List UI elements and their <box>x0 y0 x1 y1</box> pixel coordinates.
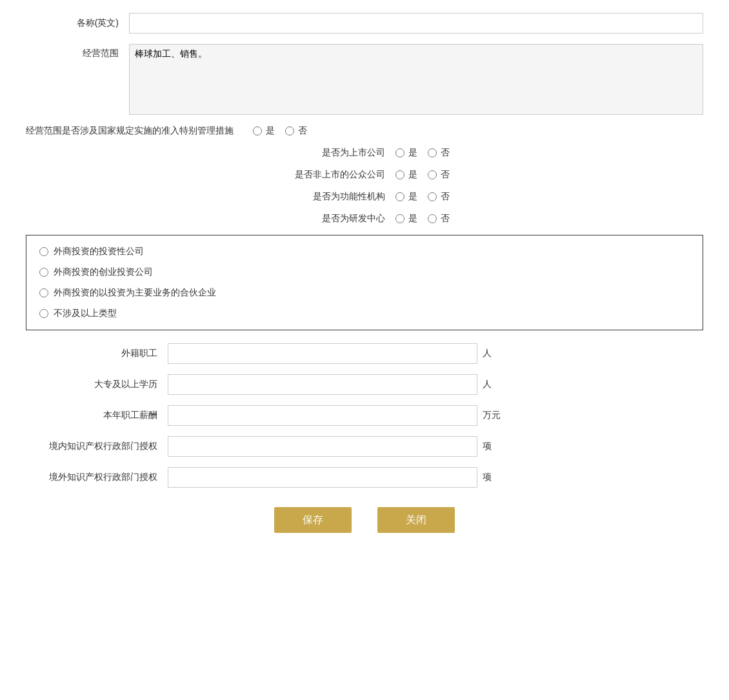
functional-org-label: 是否为功能性机构 <box>279 191 395 203</box>
rd-center-label: 是否为研发中心 <box>279 213 395 225</box>
listed-company-radio-group: 是 否 <box>395 147 450 159</box>
functional-org-no[interactable]: 否 <box>428 191 450 203</box>
annual-salary-row: 本年职工薪酬 万元 <box>26 405 703 426</box>
listed-company-label: 是否为上市公司 <box>279 147 395 159</box>
listed-yes-label[interactable]: 是 <box>408 147 417 159</box>
rd-yes-label[interactable]: 是 <box>408 213 417 225</box>
non-listed-no[interactable]: 否 <box>428 169 450 181</box>
foreign-staff-label: 外籍职工 <box>26 348 168 359</box>
annual-salary-unit: 万元 <box>483 410 502 421</box>
functional-org-no-label[interactable]: 否 <box>441 191 450 203</box>
business-scope-textarea[interactable]: 棒球加工、销售。 <box>129 44 703 115</box>
special-mgmt-row: 经营范围是否涉及国家规定实施的准入特别管理措施 是 否 <box>26 125 703 137</box>
non-listed-public-radio-group: 是 否 <box>395 169 450 181</box>
box-label-2[interactable]: 外商投资的创业投资公司 <box>54 266 153 278</box>
box-item-3[interactable]: 外商投资的以投资为主要业务的合伙企业 <box>39 287 690 299</box>
domestic-ip-unit: 项 <box>483 441 502 452</box>
box-item-4[interactable]: 不涉及以上类型 <box>39 308 690 319</box>
rd-center-radio-group: 是 否 <box>395 213 450 225</box>
foreign-staff-row: 外籍职工 人 <box>26 343 703 364</box>
overseas-ip-input[interactable] <box>168 467 477 488</box>
name-en-input[interactable] <box>129 13 703 34</box>
college-edu-row: 大专及以上学历 人 <box>26 374 703 395</box>
listed-company-yes[interactable]: 是 <box>395 147 417 159</box>
box-label-1[interactable]: 外商投资的投资性公司 <box>54 246 144 257</box>
business-scope-label: 经营范围 <box>26 44 129 59</box>
domestic-ip-input[interactable] <box>168 436 477 457</box>
business-scope-row: 经营范围 棒球加工、销售。 <box>26 44 703 115</box>
close-button[interactable]: 关闭 <box>377 507 455 533</box>
non-listed-yes[interactable]: 是 <box>395 169 417 181</box>
special-mgmt-radio-group: 是 否 <box>253 125 307 137</box>
annual-salary-label: 本年职工薪酬 <box>26 410 168 421</box>
box-label-3[interactable]: 外商投资的以投资为主要业务的合伙企业 <box>54 287 216 299</box>
box-radio-1[interactable] <box>39 247 48 256</box>
non-listed-public-label: 是否非上市的公众公司 <box>279 169 395 181</box>
rd-no-label[interactable]: 否 <box>441 213 450 225</box>
special-mgmt-yes[interactable]: 是 <box>253 125 275 137</box>
functional-org-radio-group: 是 否 <box>395 191 450 203</box>
college-edu-unit: 人 <box>483 379 502 390</box>
overseas-ip-label: 境外知识产权行政部门授权 <box>26 472 168 483</box>
listed-company-row: 是否为上市公司 是 否 <box>26 147 703 159</box>
box-item-1[interactable]: 外商投资的投资性公司 <box>39 246 690 257</box>
box-radio-3[interactable] <box>39 288 48 297</box>
name-en-label: 各称(英文) <box>26 17 129 29</box>
overseas-ip-row: 境外知识产权行政部门授权 项 <box>26 467 703 488</box>
box-radio-2[interactable] <box>39 268 48 277</box>
special-mgmt-no[interactable]: 否 <box>285 125 307 137</box>
annual-salary-input[interactable] <box>168 405 477 426</box>
button-area: 保存 关闭 <box>26 507 703 533</box>
form-container: 各称(英文) 经营范围 棒球加工、销售。 经营范围是否涉及国家规定实施的准入特别… <box>26 13 703 533</box>
foreign-staff-unit: 人 <box>483 348 502 359</box>
box-item-2[interactable]: 外商投资的创业投资公司 <box>39 266 690 278</box>
non-listed-yes-label[interactable]: 是 <box>408 169 417 181</box>
college-edu-input[interactable] <box>168 374 477 395</box>
college-edu-label: 大专及以上学历 <box>26 379 168 390</box>
box-radio-4[interactable] <box>39 309 48 318</box>
investment-type-box: 外商投资的投资性公司 外商投资的创业投资公司 外商投资的以投资为主要业务的合伙企… <box>26 235 703 330</box>
non-listed-public-row: 是否非上市的公众公司 是 否 <box>26 169 703 181</box>
listed-company-no[interactable]: 否 <box>428 147 450 159</box>
special-mgmt-label: 经营范围是否涉及国家规定实施的准入特别管理措施 <box>26 125 253 137</box>
functional-org-yes[interactable]: 是 <box>395 191 417 203</box>
special-mgmt-yes-label[interactable]: 是 <box>266 125 275 137</box>
functional-org-row: 是否为功能性机构 是 否 <box>26 191 703 203</box>
box-label-4[interactable]: 不涉及以上类型 <box>54 308 117 319</box>
name-en-row: 各称(英文) <box>26 13 703 34</box>
foreign-staff-input[interactable] <box>168 343 477 364</box>
overseas-ip-unit: 项 <box>483 472 502 483</box>
rd-center-no[interactable]: 否 <box>428 213 450 225</box>
special-mgmt-no-label[interactable]: 否 <box>298 125 307 137</box>
domestic-ip-label: 境内知识产权行政部门授权 <box>26 441 168 452</box>
rd-center-yes[interactable]: 是 <box>395 213 417 225</box>
non-listed-no-label[interactable]: 否 <box>441 169 450 181</box>
functional-org-yes-label[interactable]: 是 <box>408 191 417 203</box>
listed-no-label[interactable]: 否 <box>441 147 450 159</box>
save-button[interactable]: 保存 <box>274 507 352 533</box>
rd-center-row: 是否为研发中心 是 否 <box>26 213 703 225</box>
domestic-ip-row: 境内知识产权行政部门授权 项 <box>26 436 703 457</box>
